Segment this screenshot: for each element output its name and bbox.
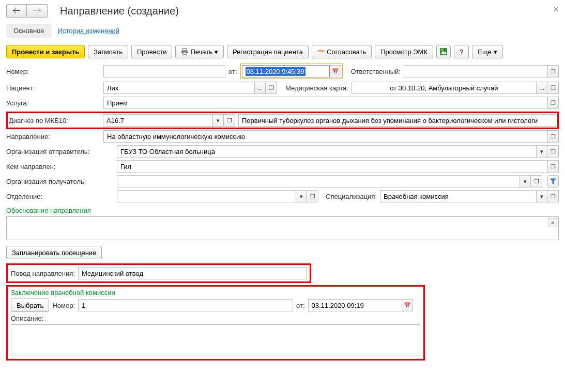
open-button[interactable]: ❐	[224, 114, 235, 127]
by-input[interactable]	[117, 160, 547, 173]
justification-textarea[interactable]	[6, 216, 559, 240]
concl-from-label: от:	[296, 302, 305, 309]
patient-input[interactable]	[103, 82, 254, 94]
svg-rect-0	[182, 49, 187, 51]
open-button[interactable]: ❐	[547, 65, 559, 77]
org-sender-label: Организация отправитель:	[6, 148, 114, 155]
service-label: Услуга:	[6, 99, 100, 107]
ellipsis-button[interactable]: …	[254, 82, 266, 94]
filter-button[interactable]	[547, 175, 559, 187]
medcard-label: Медицинская карта:	[285, 84, 348, 92]
reason-input[interactable]	[78, 267, 307, 279]
help-button[interactable]: ?	[454, 45, 469, 58]
service-input[interactable]	[103, 97, 547, 109]
calendar-icon: 📅	[404, 302, 411, 309]
back-button[interactable]: 🡠	[6, 4, 27, 18]
diagnosis-code-input[interactable]	[103, 114, 212, 127]
calendar-button[interactable]: 📅	[402, 299, 413, 311]
more-button[interactable]: Еще ▾	[472, 45, 502, 58]
open-button[interactable]: ❐	[266, 82, 277, 94]
picture-button[interactable]	[436, 45, 451, 58]
calendar-icon: 📅	[332, 68, 339, 75]
responsible-label: Ответственный:	[351, 68, 401, 75]
save-button[interactable]: Записать	[88, 45, 128, 58]
view-emk-button[interactable]: Просмотр ЭМК	[375, 45, 433, 58]
dropdown-button[interactable]: ▾	[536, 190, 547, 202]
clear-button[interactable]: ×	[548, 218, 557, 227]
department-input[interactable]	[117, 190, 296, 202]
from-label: от:	[228, 68, 237, 75]
dropdown-button[interactable]: ▾	[212, 114, 224, 127]
concl-datetime-input[interactable]	[308, 299, 402, 311]
number-input[interactable]	[103, 65, 225, 77]
reason-label: Повод направления:	[11, 270, 75, 277]
post-button[interactable]: Провести	[131, 45, 173, 58]
tab-history[interactable]: История изменений	[58, 27, 120, 35]
approve-button[interactable]: Согласовать	[312, 45, 372, 58]
open-button[interactable]: ❐	[547, 130, 559, 143]
dropdown-button[interactable]: ▾	[520, 175, 531, 187]
dropdown-button[interactable]: ▾	[296, 190, 307, 202]
concl-number-input[interactable]	[78, 299, 293, 311]
medcard-input[interactable]	[352, 82, 536, 94]
description-textarea[interactable]	[11, 324, 420, 355]
dropdown-arrow-icon: ▾	[494, 48, 497, 56]
justification-title: Обоснование направления	[6, 207, 559, 214]
svg-point-5	[441, 49, 442, 51]
register-patient-button[interactable]: Регистрация пациента	[227, 45, 309, 58]
post-and-close-button[interactable]: Провести и закрыть	[6, 45, 85, 58]
calendar-button[interactable]: 📅	[330, 65, 341, 77]
org-receiver-label: Организация получатель:	[6, 178, 114, 185]
filter-icon	[549, 178, 557, 185]
dropdown-button[interactable]: ▾	[536, 145, 547, 158]
by-label: Кем направлен:	[6, 163, 114, 170]
open-button[interactable]: ❐	[547, 97, 559, 109]
open-button[interactable]: ❐	[547, 190, 559, 202]
department-label: Отделение:	[6, 193, 114, 200]
concl-number-label: Номер:	[52, 302, 75, 309]
conclusion-title: Заключение врачебной комиссии	[11, 289, 420, 296]
spec-label: Специализация:	[326, 193, 377, 200]
forward-button[interactable]: 🡢	[27, 4, 48, 18]
printer-icon	[181, 48, 188, 55]
open-button[interactable]: ❐	[547, 160, 559, 173]
print-button[interactable]: Печать ▾	[175, 45, 224, 58]
description-label: Описание:	[11, 315, 420, 322]
spec-input[interactable]	[380, 190, 536, 202]
org-sender-input[interactable]	[117, 145, 536, 158]
open-button[interactable]: ❐	[547, 145, 559, 158]
open-button[interactable]: ❐	[307, 190, 318, 202]
org-receiver-input[interactable]	[117, 175, 520, 187]
open-button[interactable]: ❐	[547, 82, 559, 94]
svg-rect-2	[183, 52, 186, 55]
open-button[interactable]: ❐	[531, 175, 542, 187]
patient-label: Пациент:	[6, 84, 100, 92]
picture-icon	[440, 48, 447, 55]
page-title: Направление (создание)	[60, 5, 179, 17]
close-button[interactable]: ×	[553, 4, 559, 15]
dropdown-arrow-icon: ▾	[215, 48, 218, 56]
number-label: Номер:	[6, 68, 100, 75]
handshake-icon	[317, 48, 325, 55]
datetime-input[interactable]: 03.11.2020 9:45:39	[242, 65, 330, 77]
plan-visit-button[interactable]: Запланировать посещение	[6, 246, 102, 259]
tab-main[interactable]: Основное	[6, 24, 52, 38]
responsible-input[interactable]	[404, 65, 547, 77]
direction-label: Направление:	[6, 133, 100, 140]
ellipsis-button[interactable]: …	[536, 82, 547, 94]
select-button[interactable]: Выбрать	[11, 299, 49, 312]
direction-input[interactable]	[103, 130, 547, 143]
diagnosis-text-input[interactable]	[238, 114, 556, 127]
diagnosis-label: Диагноз по МКБ10:	[9, 117, 100, 124]
